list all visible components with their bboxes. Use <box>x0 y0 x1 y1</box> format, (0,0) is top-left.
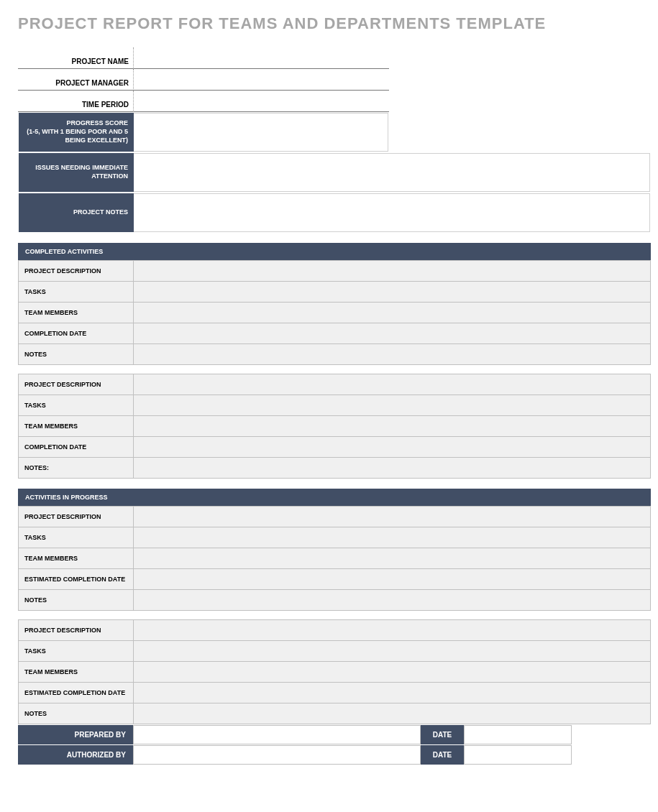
label-date: DATE <box>421 725 464 744</box>
section-activities-in-progress: ACTIVITIES IN PROGRESS <box>18 489 651 506</box>
input-est-completion-date[interactable] <box>134 683 651 703</box>
input-team[interactable] <box>134 416 651 437</box>
input-team[interactable] <box>134 548 651 569</box>
input-team[interactable] <box>134 662 651 683</box>
label-prepared-by: PREPARED BY <box>18 725 133 744</box>
input-notes[interactable] <box>134 590 651 611</box>
label-desc: PROJECT DESCRIPTION <box>19 620 134 641</box>
input-authorized-by[interactable] <box>133 745 421 765</box>
row-project-manager: PROJECT MANAGER <box>18 69 389 91</box>
label-team: TEAM MEMBERS <box>19 548 134 569</box>
label-completion-date: COMPLETION DATE <box>19 323 134 344</box>
label-notes: NOTES <box>19 703 134 724</box>
label-project-name: PROJECT NAME <box>18 47 133 69</box>
label-team: TEAM MEMBERS <box>19 303 134 323</box>
input-time-period[interactable] <box>133 91 389 112</box>
label-tasks: TASKS <box>19 395 134 416</box>
input-desc[interactable] <box>134 620 651 641</box>
label-progress-score: PROGRESS SCORE (1-5, WITH 1 BEING POOR A… <box>19 113 134 152</box>
input-notes[interactable] <box>134 703 651 724</box>
row-authorized-by: AUTHORIZED BY DATE <box>18 744 572 765</box>
row-project-name: PROJECT NAME <box>18 47 389 69</box>
page-title: PROJECT REPORT FOR TEAMS AND DEPARTMENTS… <box>18 14 640 33</box>
input-progress-score[interactable] <box>134 113 388 152</box>
input-prepared-by[interactable] <box>133 725 421 744</box>
input-issues[interactable] <box>134 153 650 192</box>
label-est-completion-date: ESTIMATED COMPLETION DATE <box>19 569 134 590</box>
label-desc: PROJECT DESCRIPTION <box>19 374 134 395</box>
input-notes[interactable] <box>134 344 651 365</box>
input-tasks[interactable] <box>134 527 651 548</box>
label-time-period: TIME PERIOD <box>18 91 133 112</box>
label-date: DATE <box>421 745 464 765</box>
input-notes[interactable] <box>134 458 651 479</box>
label-completion-date: COMPLETION DATE <box>19 437 134 458</box>
label-desc: PROJECT DESCRIPTION <box>19 261 134 282</box>
completed-block-1: PROJECT DESCRIPTION TASKS TEAM MEMBERS C… <box>18 260 651 365</box>
label-notes: NOTES: <box>19 458 134 479</box>
input-tasks[interactable] <box>134 395 651 416</box>
input-completion-date[interactable] <box>134 437 651 458</box>
row-progress-score: PROGRESS SCORE (1-5, WITH 1 BEING POOR A… <box>18 112 389 152</box>
label-desc: PROJECT DESCRIPTION <box>19 507 134 527</box>
row-prepared-by: PREPARED BY DATE <box>18 724 572 744</box>
progress-block-2: PROJECT DESCRIPTION TASKS TEAM MEMBERS E… <box>18 619 651 724</box>
label-tasks: TASKS <box>19 641 134 662</box>
input-est-completion-date[interactable] <box>134 569 651 590</box>
label-project-notes: PROJECT NOTES <box>19 193 134 232</box>
section-completed-activities: COMPLETED ACTIVITIES <box>18 243 651 260</box>
row-project-notes: PROJECT NOTES <box>18 193 651 233</box>
row-issues: ISSUES NEEDING IMMEDIATE ATTENTION <box>18 152 651 193</box>
progress-block-1: PROJECT DESCRIPTION TASKS TEAM MEMBERS E… <box>18 506 651 611</box>
input-authorized-date[interactable] <box>464 745 572 765</box>
input-desc[interactable] <box>134 374 651 395</box>
label-est-completion-date: ESTIMATED COMPLETION DATE <box>19 683 134 703</box>
row-time-period: TIME PERIOD <box>18 91 389 112</box>
input-project-manager[interactable] <box>133 69 389 91</box>
label-notes: NOTES <box>19 344 134 365</box>
label-issues: ISSUES NEEDING IMMEDIATE ATTENTION <box>19 153 134 192</box>
label-notes: NOTES <box>19 590 134 611</box>
input-desc[interactable] <box>134 507 651 527</box>
label-team: TEAM MEMBERS <box>19 416 134 437</box>
input-prepared-date[interactable] <box>464 725 572 744</box>
completed-block-2: PROJECT DESCRIPTION TASKS TEAM MEMBERS C… <box>18 374 651 479</box>
input-desc[interactable] <box>134 261 651 282</box>
label-authorized-by: AUTHORIZED BY <box>18 745 133 765</box>
input-project-name[interactable] <box>133 47 389 69</box>
label-team: TEAM MEMBERS <box>19 662 134 683</box>
input-project-notes[interactable] <box>134 193 650 232</box>
label-tasks: TASKS <box>19 527 134 548</box>
input-completion-date[interactable] <box>134 323 651 344</box>
label-project-manager: PROJECT MANAGER <box>18 69 133 91</box>
input-tasks[interactable] <box>134 282 651 303</box>
input-tasks[interactable] <box>134 641 651 662</box>
label-tasks: TASKS <box>19 282 134 303</box>
input-team[interactable] <box>134 303 651 323</box>
